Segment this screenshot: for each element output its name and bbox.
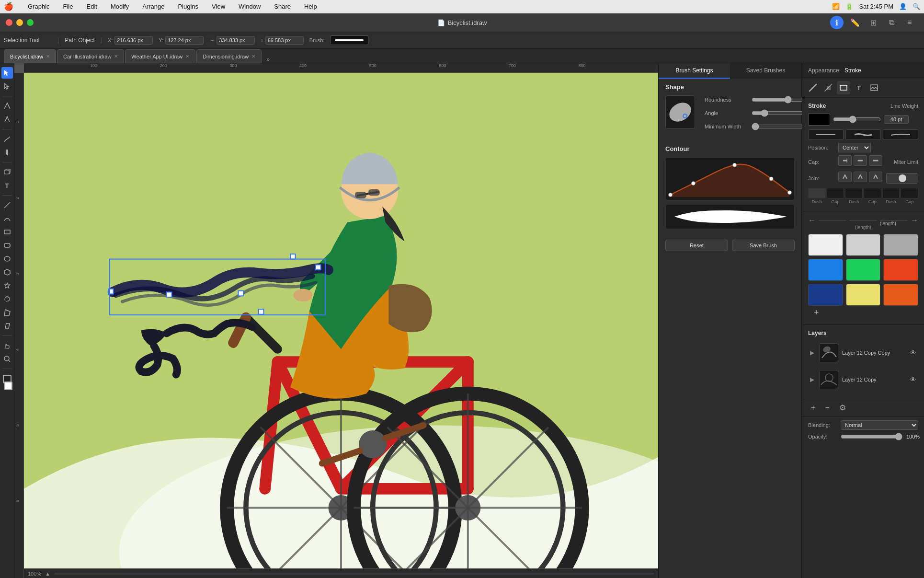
canvas-content[interactable]: [24, 73, 658, 568]
brush-tool[interactable]: [1, 133, 13, 145]
menu-window[interactable]: Window: [236, 2, 263, 11]
search-icon[interactable]: 🔍: [913, 3, 920, 10]
dash-cell-2[interactable]: [845, 188, 863, 198]
join-miter-btn[interactable]: [838, 172, 852, 182]
node-tool[interactable]: [1, 100, 13, 112]
polygon-tool[interactable]: [1, 307, 13, 318]
canvas-area[interactable]: 100 200 300 400 500 600 700 800 1 2 3 4 …: [14, 63, 658, 578]
more-tabs-btn[interactable]: »: [266, 56, 270, 63]
scroll-bar-h[interactable]: [54, 573, 654, 575]
hexagon-tool[interactable]: [1, 266, 13, 278]
text-style-btn[interactable]: T: [852, 81, 866, 94]
style-darkblue[interactable]: [808, 284, 843, 306]
cap-flat-btn[interactable]: [838, 155, 852, 166]
style-white[interactable]: [808, 234, 843, 256]
rectangle-tool-btn[interactable]: [837, 81, 850, 94]
fill-color-swatch[interactable]: [4, 381, 12, 390]
grid-icon-btn[interactable]: ⊞: [867, 16, 880, 29]
tab-close-dimensioning[interactable]: ✕: [251, 54, 255, 59]
stroke-color-box[interactable]: [808, 113, 830, 126]
layer-expand-icon-2[interactable]: ▶: [810, 376, 814, 383]
layers-icon-btn[interactable]: ≡: [903, 16, 916, 29]
menu-share[interactable]: Share: [271, 2, 294, 11]
contour-graph[interactable]: [665, 157, 795, 200]
maximize-button[interactable]: [27, 19, 34, 26]
position-select[interactable]: Center Inside Outside: [838, 143, 871, 152]
blending-select[interactable]: Normal Multiply Screen Overlay: [841, 420, 918, 430]
tab-close-bicyclist[interactable]: ✕: [46, 54, 50, 59]
shear-tool[interactable]: [1, 320, 13, 332]
info-icon-btn[interactable]: ℹ: [830, 16, 844, 29]
line-tapered-swatch[interactable]: [883, 129, 918, 140]
layer-row-2[interactable]: ▶ Layer 12 Copy 👁: [808, 367, 918, 392]
style-redorange[interactable]: [883, 284, 918, 306]
rect-tool[interactable]: [1, 226, 13, 238]
style-yellow[interactable]: [846, 284, 881, 306]
gap-cell-1[interactable]: [827, 188, 844, 198]
line-tool[interactable]: [1, 199, 13, 211]
miter-limit-slider[interactable]: [886, 173, 918, 184]
brush-settings-tab[interactable]: Brush Settings: [659, 63, 730, 79]
pen-icon-btn[interactable]: ✏️: [848, 16, 862, 29]
zoom-up-btn[interactable]: ▲: [45, 571, 50, 577]
layer-expand-icon-1[interactable]: ▶: [810, 349, 814, 356]
join-round-btn[interactable]: [854, 172, 867, 182]
line-solid-swatch[interactable]: [808, 129, 844, 140]
menu-modify[interactable]: Modify: [108, 2, 132, 11]
add-layer-btn[interactable]: +: [808, 403, 818, 413]
lasso-tool[interactable]: [1, 293, 13, 305]
menu-arrange[interactable]: Arrange: [139, 2, 167, 11]
style-orange[interactable]: [883, 259, 918, 281]
line-weight-slider[interactable]: [833, 116, 881, 123]
y-input[interactable]: [165, 36, 204, 45]
rounded-rect-tool[interactable]: [1, 240, 13, 251]
tab-bicyclist[interactable]: Bicyclist.idraw ✕: [4, 49, 56, 63]
apple-menu[interactable]: 🍎: [4, 2, 13, 11]
h-input[interactable]: [265, 36, 304, 45]
minimize-button[interactable]: [16, 19, 23, 26]
menu-plugins[interactable]: Plugins: [175, 2, 201, 11]
hand-tool[interactable]: [1, 340, 13, 351]
cap-square-btn[interactable]: [869, 155, 882, 166]
gap-cell-2[interactable]: [864, 188, 881, 198]
menu-file[interactable]: File: [60, 2, 76, 11]
menu-view[interactable]: View: [209, 2, 228, 11]
3d-tool[interactable]: [1, 166, 13, 178]
tab-dimensioning[interactable]: Dimensioning.idraw ✕: [196, 49, 262, 63]
dash-cell-1[interactable]: [808, 188, 826, 198]
star-tool[interactable]: [1, 280, 13, 291]
fill-tool-btn[interactable]: [821, 81, 835, 94]
styles-expand-icon[interactable]: ←: [808, 216, 816, 225]
reset-button[interactable]: Reset: [665, 240, 728, 251]
layer-visibility-2[interactable]: 👁: [910, 376, 916, 383]
brush-preview[interactable]: [330, 35, 368, 45]
menu-help[interactable]: Help: [301, 2, 320, 11]
x-input[interactable]: [114, 36, 153, 45]
style-gray2[interactable]: [883, 234, 918, 256]
w-input[interactable]: [217, 36, 255, 45]
tab-weather[interactable]: Weather App UI.idraw ✕: [125, 49, 195, 63]
join-bevel-btn[interactable]: [869, 172, 882, 182]
zoom-tool[interactable]: [1, 353, 13, 365]
line-thick-swatch[interactable]: [845, 129, 881, 140]
dash-cell-3[interactable]: [882, 188, 900, 198]
curve-tool[interactable]: [1, 213, 13, 224]
layer-settings-btn[interactable]: ⚙: [836, 402, 849, 413]
direct-selection-tool[interactable]: [1, 81, 13, 92]
tab-close-car[interactable]: ✕: [114, 54, 118, 59]
ellipse-tool[interactable]: [1, 253, 13, 265]
delete-layer-btn[interactable]: −: [822, 403, 832, 413]
style-green[interactable]: [846, 259, 881, 281]
tab-car[interactable]: Car Illustration.idraw ✕: [57, 49, 124, 63]
cap-round-btn[interactable]: [854, 155, 867, 166]
menu-edit[interactable]: Edit: [83, 2, 100, 11]
layer-row-1[interactable]: ▶ Layer 12 Copy Copy 👁: [808, 340, 918, 365]
style-gray1[interactable]: [846, 234, 881, 256]
layer-visibility-1[interactable]: 👁: [910, 349, 916, 357]
image-style-btn[interactable]: [867, 81, 881, 94]
styles-contract-icon[interactable]: →: [911, 216, 918, 225]
saved-brushes-tab[interactable]: Saved Brushes: [730, 63, 801, 79]
style-blue[interactable]: [808, 259, 843, 281]
gap-cell-3[interactable]: [901, 188, 918, 198]
opacity-slider[interactable]: [841, 433, 902, 440]
